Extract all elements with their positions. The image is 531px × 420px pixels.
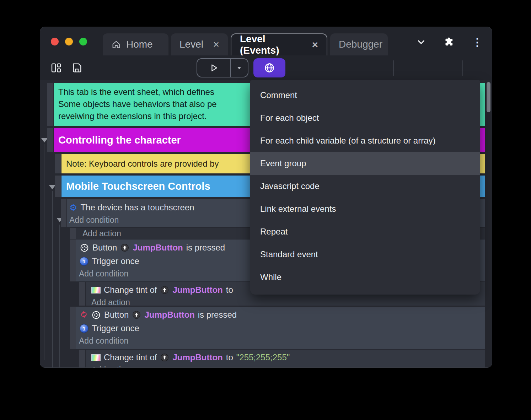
system-gear-icon: ⚙	[69, 203, 77, 212]
toolbar-divider	[462, 60, 463, 76]
jumpbutton-object-icon	[160, 285, 169, 295]
scrollbar-thumb[interactable]	[487, 82, 490, 112]
event-margin	[55, 154, 61, 173]
save-icon[interactable]	[69, 60, 85, 76]
tab-level-events[interactable]: Level (Events) ×	[231, 33, 327, 55]
menu-item-standard-event[interactable]: Standard event	[250, 243, 480, 266]
action-block-tint-white[interactable]: Change tint of JumpButton to "255;255;25…	[86, 350, 485, 368]
gamepad-icon	[91, 310, 101, 320]
globe-icon	[264, 62, 275, 74]
close-icon[interactable]: ×	[213, 39, 219, 50]
construct-editor-window: Home Level × Level (Events) × Debugger ⋮	[40, 27, 492, 368]
add-condition-link[interactable]: Add condition	[76, 335, 485, 346]
action-text: Change tint of	[104, 285, 157, 295]
tab-level-events-label: Level (Events)	[240, 33, 307, 56]
collapse-arrow-icon[interactable]	[49, 185, 55, 189]
tab-debugger-label: Debugger	[339, 39, 382, 50]
indent-guide	[59, 225, 60, 367]
play-button[interactable]	[197, 59, 230, 77]
menu-item-comment[interactable]: Comment	[250, 84, 480, 107]
condition-text: is pressed	[186, 243, 225, 253]
add-action-link[interactable]: Add action	[86, 364, 485, 368]
jumpbutton-object-icon	[132, 310, 141, 319]
tab-home-label: Home	[126, 39, 153, 50]
preview-button-group	[197, 58, 248, 77]
toolbar-divider	[393, 60, 394, 76]
tab-level-label: Level	[179, 39, 203, 50]
menu-item-repeat[interactable]: Repeat	[250, 220, 480, 243]
inverted-condition-icon	[80, 311, 88, 319]
action-text: Change tint of	[104, 352, 157, 362]
collapse-arrow-icon[interactable]	[41, 138, 48, 142]
condition-text: Button	[104, 310, 129, 320]
menu-item-event-group[interactable]: Event group	[250, 152, 480, 175]
event-margin	[70, 228, 76, 239]
event-margin	[70, 239, 76, 281]
event-margin	[47, 83, 53, 126]
vertical-scrollbar[interactable]	[485, 80, 492, 367]
trigger-once-icon: 1	[80, 324, 88, 333]
add-action-link[interactable]: Add action	[86, 297, 485, 306]
tint-color-icon	[91, 354, 101, 361]
puzzle-extensions-icon[interactable]	[442, 35, 456, 49]
event-margin	[79, 282, 85, 306]
indent-guide	[44, 144, 44, 360]
desktop-background: Home Level × Level (Events) × Debugger ⋮	[0, 0, 531, 420]
event-margin	[47, 128, 53, 152]
event-margin	[70, 307, 76, 349]
chevron-down-icon[interactable]	[414, 35, 428, 49]
play-options-dropdown[interactable]	[230, 59, 248, 77]
object-name: JumpButton	[172, 285, 222, 295]
event-block-jumpbutton-inverted[interactable]: Button JumpButton is pressed 1 Trigger o…	[76, 307, 485, 349]
add-event-type-button[interactable]	[253, 58, 285, 77]
group-title: Mobile Touchscreen Controls	[66, 181, 210, 192]
menu-item-for-each-child-variable[interactable]: For each child variable (of a structure …	[250, 129, 480, 152]
object-name: JumpButton	[133, 243, 183, 253]
toolbar	[40, 55, 492, 80]
tint-color-icon	[91, 287, 101, 294]
menu-item-link-external-events[interactable]: Link external events	[250, 198, 480, 220]
condition-text: is pressed	[198, 310, 237, 320]
group-title: Controlling the character	[58, 134, 181, 146]
event-margin	[55, 176, 61, 197]
condition-text: The device has a touchscreen	[80, 203, 194, 212]
menu-item-javascript-code[interactable]: Javascript code	[250, 175, 480, 198]
traffic-close-button[interactable]	[51, 38, 59, 45]
object-name: JumpButton	[144, 310, 194, 320]
condition-text: Trigger once	[92, 323, 139, 333]
event-margin	[79, 350, 85, 367]
action-text: to	[226, 285, 233, 295]
event-margin	[61, 199, 66, 227]
indent-guide	[52, 191, 53, 367]
main-menu-panels-icon[interactable]	[48, 60, 64, 76]
traffic-zoom-button[interactable]	[79, 38, 87, 45]
gamepad-icon	[80, 243, 89, 253]
menu-item-while[interactable]: While	[250, 266, 480, 289]
jumpbutton-object-icon	[120, 243, 129, 252]
close-icon[interactable]: ×	[312, 39, 318, 50]
tint-value: "255;255;255"	[236, 352, 290, 362]
object-name: JumpButton	[172, 352, 222, 362]
traffic-minimize-button[interactable]	[65, 38, 73, 45]
home-icon	[111, 39, 121, 49]
condition-text: Button	[92, 243, 117, 253]
kebab-menu-icon[interactable]: ⋮	[470, 35, 484, 49]
add-event-dropdown-menu: Comment For each object For each child v…	[250, 80, 480, 295]
menu-item-for-each-object[interactable]: For each object	[250, 107, 480, 129]
tab-home[interactable]: Home	[103, 33, 168, 55]
jumpbutton-object-icon	[160, 353, 169, 362]
tab-bar: Home Level × Level (Events) × Debugger ⋮	[40, 27, 492, 55]
condition-text: Trigger once	[92, 256, 139, 266]
action-text: to	[226, 352, 233, 362]
tab-level[interactable]: Level ×	[171, 33, 228, 55]
tab-debugger[interactable]: Debugger	[330, 33, 388, 55]
note-text: Note: Keyboard controls are provided by	[66, 159, 219, 169]
trigger-once-icon: 1	[80, 257, 88, 266]
